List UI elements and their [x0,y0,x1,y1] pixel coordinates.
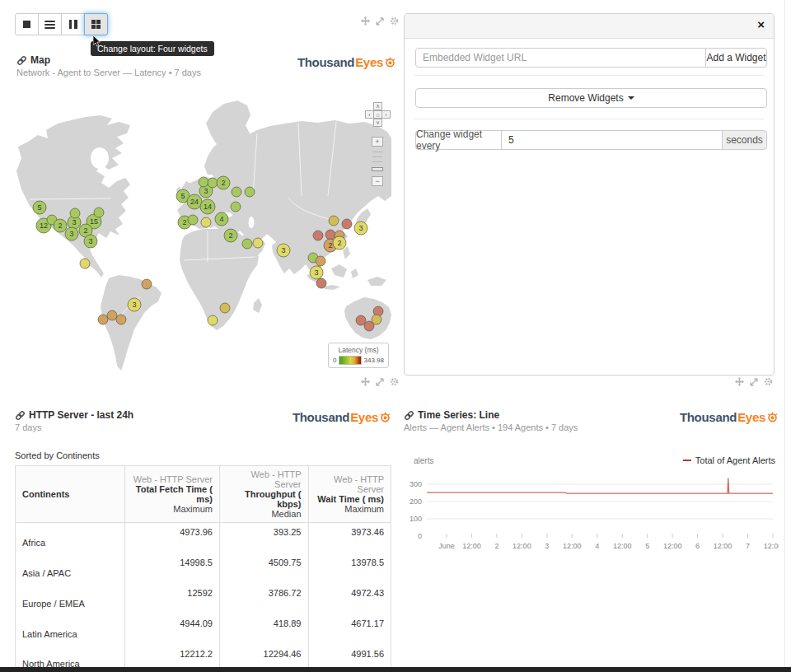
map-marker[interactable]: 14 [200,199,215,214]
eye-icon [766,411,779,423]
timeseries-widget-title: Time Series: Line [418,409,499,421]
svg-text:3: 3 [132,301,136,309]
legend-title: Latency (ms) [333,346,384,354]
map-marker[interactable] [80,259,90,268]
map-pan-right-button[interactable]: › [381,110,391,119]
map-marker[interactable] [98,315,108,324]
table-row: Africa4973.96393.253973.46 [16,523,391,553]
remove-widgets-button[interactable]: Remove Widgets [415,88,767,108]
map-marker[interactable]: 3 [84,235,97,248]
world-map[interactable]: 51223153233524321442232233 [16,99,391,376]
gear-icon[interactable] [390,16,399,26]
map-marker[interactable] [220,303,230,313]
map-zoom-out-button[interactable]: − [372,176,383,186]
map-marker[interactable]: 2 [54,219,67,232]
svg-text:2: 2 [221,179,225,187]
close-icon[interactable]: × [757,18,765,30]
map-marker[interactable] [188,215,198,225]
eye-icon [379,411,391,423]
map-marker[interactable]: 3 [65,227,78,240]
column-header-wait-time: Web - HTTP Server Wait Time ( ms) Maximu… [308,466,391,523]
map-marker[interactable] [342,219,352,229]
map-marker[interactable] [242,239,252,249]
svg-text:2: 2 [83,226,87,235]
map-marker[interactable] [316,278,326,288]
value-cell: 14998.5 [125,553,220,584]
latency-legend: Latency (ms) 0 343.98 [328,343,389,368]
map-marker[interactable] [70,208,80,218]
layout-four-button[interactable] [84,13,108,35]
svg-text:3: 3 [88,237,92,245]
panel-header: × [405,14,774,39]
map-marker[interactable] [142,279,152,289]
map-marker[interactable] [325,230,335,240]
legend-min: 0 [333,357,336,364]
map-marker[interactable] [201,217,211,227]
window-bottom-edge [0,667,791,672]
map-marker[interactable] [208,315,218,325]
layout-two-button[interactable] [61,13,85,35]
map-marker[interactable]: 3 [128,298,141,311]
divider [414,119,764,119]
move-icon[interactable] [361,377,370,386]
map-marker[interactable]: 3 [310,266,323,279]
map-marker[interactable] [253,238,263,248]
column-header-throughput: Web - HTTP Server Throughput ( kbps) Med… [219,466,308,523]
map-marker[interactable] [316,256,325,266]
map-marker[interactable]: 2 [217,176,230,189]
map-marker[interactable]: 3 [277,244,290,257]
map-marker[interactable] [208,178,218,188]
map-marker[interactable] [116,315,126,324]
embedded-widget-url-input[interactable] [415,48,706,68]
map-marker[interactable]: 2 [224,229,237,242]
layout-rows-button[interactable] [38,13,62,35]
layout-single-button[interactable] [15,13,39,35]
map-zoom-in-button[interactable]: + [372,137,383,147]
value-cell: 418.89 [219,614,308,645]
map-pan-up-button[interactable]: ∧ [373,102,382,110]
map-zoom-slider[interactable] [372,167,383,171]
map-marker[interactable]: 4 [215,212,228,226]
map-marker[interactable]: 3 [354,222,367,235]
map-marker[interactable] [199,177,208,187]
svg-text:3: 3 [281,246,285,254]
map-pan-down-button[interactable]: ∨ [373,119,382,127]
value-cell: 3786.72 [219,584,308,614]
map-marker[interactable] [231,202,241,212]
continent-cell: Asia / APAC [16,553,125,584]
x-tick-label: 4 [595,542,599,550]
svg-text:3: 3 [72,218,76,226]
resize-icon[interactable] [376,17,384,26]
map-marker[interactable] [329,216,339,226]
interval-seconds-input[interactable] [501,130,723,150]
resize-icon[interactable] [750,378,758,386]
svg-text:14: 14 [204,203,212,211]
map-marker[interactable]: 24 [187,194,202,209]
table-body: Africa4973.96393.253973.46Asia / APAC149… [16,523,391,672]
panel-widget-actions [735,377,773,386]
x-tick-label: 12:00 [462,542,481,550]
map-marker[interactable] [107,310,117,320]
resize-icon[interactable] [376,378,384,386]
value-cell: 4671.17 [308,614,391,645]
move-icon[interactable] [361,16,370,26]
map-marker[interactable] [94,208,104,217]
move-icon[interactable] [735,377,744,386]
map-marker[interactable] [313,231,323,240]
map-marker[interactable]: 5 [33,201,46,214]
legend-series-label: Total of Agent Alerts [695,455,775,465]
value-cell: 13978.5 [308,553,391,584]
map-marker[interactable]: 2 [333,236,346,250]
value-cell: 4972.43 [308,584,391,614]
map-marker[interactable] [245,187,255,197]
x-tick-label: 12:00 [714,542,732,550]
add-widget-button[interactable]: Add a Widget [705,48,767,68]
scroll-track [784,0,785,667]
map-marker[interactable] [372,315,381,324]
map-marker[interactable] [232,187,241,197]
gear-icon[interactable] [764,377,773,386]
svg-text:5: 5 [37,203,41,212]
gear-icon[interactable] [390,377,399,386]
sorted-by-label: Sorted by Continents [15,450,100,460]
link-icon [16,55,27,66]
